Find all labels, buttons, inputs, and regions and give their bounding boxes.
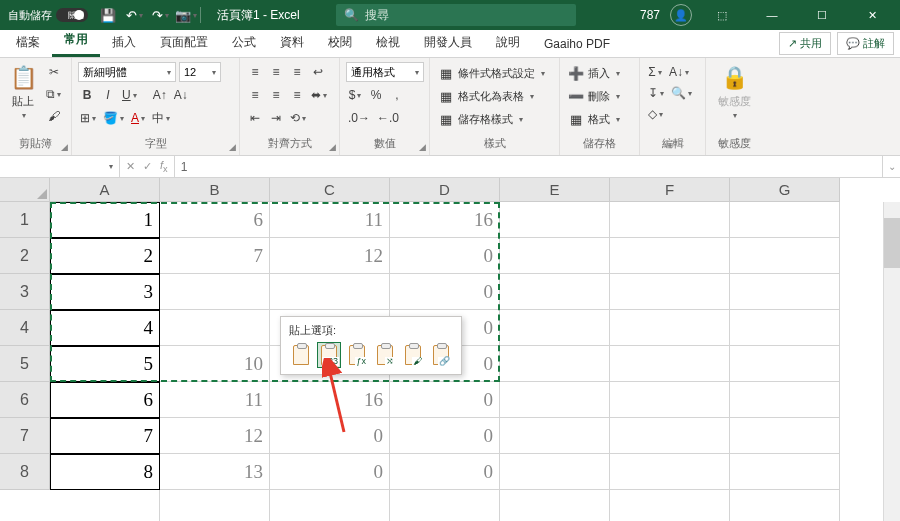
currency-icon[interactable]: $▾ [346,85,364,105]
cell-A7[interactable]: 7 [50,418,160,454]
font-color-icon[interactable]: A▾ [129,108,147,128]
decrease-decimal-icon[interactable]: ←.0 [375,108,401,128]
tab-home[interactable]: 常用 [52,25,100,57]
phonetic-icon[interactable]: 中▾ [150,108,172,128]
tab-file[interactable]: 檔案 [4,28,52,57]
number-launcher-icon[interactable]: ◢ [419,142,426,152]
cell-C1[interactable]: 11 [270,202,390,238]
number-format-dropdown[interactable]: 通用格式▾ [346,62,424,82]
fx-icon[interactable]: fx [160,159,168,174]
cell-A3[interactable]: 3 [50,274,160,310]
cell-A8[interactable]: 8 [50,454,160,490]
col-header-E[interactable]: E [500,178,610,202]
ribbon-display-icon[interactable]: ⬚ [702,0,742,30]
align-center-icon[interactable]: ≡ [267,85,285,105]
cell-D7[interactable]: 0 [390,418,500,454]
italic-button[interactable]: I [99,85,117,105]
camera-icon[interactable]: 📷▾ [178,7,194,23]
redo-icon[interactable]: ↷▾ [152,7,168,23]
paste-formatting-button[interactable]: 🖌 [401,342,425,368]
cancel-formula-icon[interactable]: ✕ [126,160,135,173]
format-as-table-button[interactable]: ▦格式化為表格▾ [436,85,553,107]
share-button[interactable]: ↗ 共用 [779,32,831,55]
cell-A2[interactable]: 2 [50,238,160,274]
row-header-6[interactable]: 6 [0,382,50,418]
cell-B8[interactable]: 13 [160,454,270,490]
autosum-icon[interactable]: Σ▾ [646,62,664,82]
save-icon[interactable]: 💾 [100,7,116,23]
paste-transpose-button[interactable]: ⤭ [373,342,397,368]
cell-D1[interactable]: 16 [390,202,500,238]
align-left-icon[interactable]: ≡ [246,85,264,105]
percent-icon[interactable]: % [367,85,385,105]
worksheet-grid[interactable]: ABCDEFG 12345678 12345678671011121311121… [0,178,900,521]
align-middle-icon[interactable]: ≡ [267,62,285,82]
tab-help[interactable]: 說明 [484,28,532,57]
tab-gaaiho-pdf[interactable]: Gaaiho PDF [532,31,622,57]
merge-icon[interactable]: ⬌▾ [309,85,329,105]
cell-B1[interactable]: 6 [160,202,270,238]
clipboard-launcher-icon[interactable]: ◢ [61,142,68,152]
cell-C7[interactable]: 0 [270,418,390,454]
col-header-C[interactable]: C [270,178,390,202]
comma-icon[interactable]: , [388,85,406,105]
tab-page-layout[interactable]: 頁面配置 [148,28,220,57]
cell-A5[interactable]: 5 [50,346,160,382]
cell-B2[interactable]: 7 [160,238,270,274]
bold-button[interactable]: B [78,85,96,105]
paste-values-button[interactable]: 123 [317,342,341,368]
cell-D2[interactable]: 0 [390,238,500,274]
row-header-3[interactable]: 3 [0,274,50,310]
increase-decimal-icon[interactable]: .0→ [346,108,372,128]
align-launcher-icon[interactable]: ◢ [329,142,336,152]
expand-formula-bar-icon[interactable]: ⌄ [882,156,900,177]
format-painter-icon[interactable]: 🖌 [44,106,63,126]
cell-C6[interactable]: 16 [270,382,390,418]
tab-formulas[interactable]: 公式 [220,28,268,57]
row-header-2[interactable]: 2 [0,238,50,274]
cell-B5[interactable]: 10 [160,346,270,382]
borders-icon[interactable]: ⊞▾ [78,108,98,128]
close-icon[interactable]: ✕ [852,0,892,30]
paste-formulas-button[interactable]: ƒx [345,342,369,368]
name-box[interactable]: ▾ [0,156,120,177]
align-right-icon[interactable]: ≡ [288,85,306,105]
cell-C8[interactable]: 0 [270,454,390,490]
format-cells-button[interactable]: ▦格式▾ [566,108,633,130]
select-all-corner[interactable] [0,178,50,202]
fill-icon[interactable]: ↧▾ [646,83,666,103]
tab-review[interactable]: 校閱 [316,28,364,57]
increase-font-icon[interactable]: A↑ [151,85,169,105]
row-header-5[interactable]: 5 [0,346,50,382]
clear-icon[interactable]: ◇▾ [646,104,665,124]
row-headers[interactable]: 12345678 [0,202,50,490]
sort-filter-icon[interactable]: A↓▾ [667,62,691,82]
col-header-B[interactable]: B [160,178,270,202]
row-header-8[interactable]: 8 [0,454,50,490]
row-header-4[interactable]: 4 [0,310,50,346]
maximize-icon[interactable]: ☐ [802,0,842,30]
copy-icon[interactable]: ⧉▾ [44,84,63,104]
cell-B6[interactable]: 11 [160,382,270,418]
column-headers[interactable]: ABCDEFG [50,178,840,202]
decrease-indent-icon[interactable]: ⇤ [246,108,264,128]
fill-color-icon[interactable]: 🪣▾ [101,108,126,128]
find-icon[interactable]: 🔍▾ [669,83,694,103]
tab-insert[interactable]: 插入 [100,28,148,57]
tab-developer[interactable]: 開發人員 [412,28,484,57]
paste-link-button[interactable]: 🔗 [429,342,453,368]
scroll-thumb[interactable] [884,218,900,268]
col-header-F[interactable]: F [610,178,730,202]
conditional-formatting-button[interactable]: ▦條件式格式設定▾ [436,62,553,84]
underline-button[interactable]: U▾ [120,85,139,105]
wrap-text-icon[interactable]: ↩ [309,62,327,82]
col-header-D[interactable]: D [390,178,500,202]
cell-A6[interactable]: 6 [50,382,160,418]
orientation-icon[interactable]: ⟲▾ [288,108,308,128]
autosave-toggle[interactable]: 關閉 [56,8,88,22]
undo-icon[interactable]: ↶▾ [126,7,142,23]
cell-styles-button[interactable]: ▦儲存格樣式▾ [436,108,553,130]
paste-button[interactable]: 📋 貼上▾ [6,62,40,136]
cells-area[interactable]: 1234567867101112131112151600160000000 [50,202,900,521]
row-header-1[interactable]: 1 [0,202,50,238]
